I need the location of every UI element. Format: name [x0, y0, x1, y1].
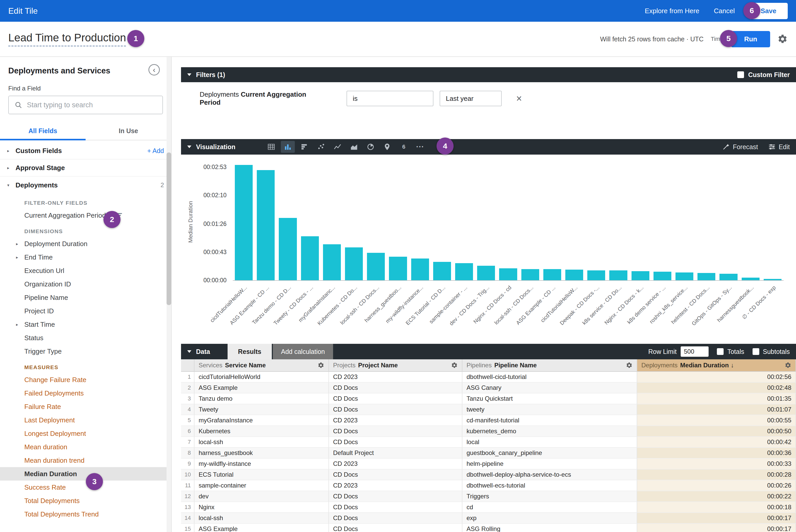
cell-median-duration[interactable]: 00:00:18	[637, 502, 796, 513]
field-search-box[interactable]	[8, 96, 163, 114]
totals-toggle[interactable]: Totals	[717, 348, 744, 356]
cell-project-name[interactable]: CD 2023	[329, 372, 462, 383]
bar[interactable]	[257, 170, 275, 280]
field-start-time[interactable]: ▸Start Time	[0, 318, 171, 331]
single-value-viz-icon[interactable]: 6	[397, 141, 411, 153]
bar[interactable]	[301, 236, 319, 280]
custom-filter-checkbox[interactable]	[737, 71, 744, 78]
cell-median-duration[interactable]: 00:02:56	[637, 372, 796, 383]
tile-settings-gear-icon[interactable]	[777, 34, 788, 44]
row-limit-input[interactable]	[681, 346, 708, 357]
bar[interactable]	[719, 274, 737, 280]
collapse-sidebar-button[interactable]: ‹	[148, 64, 160, 75]
expand-arrow-icon[interactable]: ▸	[16, 242, 24, 246]
column-header-project-name[interactable]: ProjectsProject Name	[329, 359, 462, 372]
cell-project-name[interactable]: CD 2023	[329, 480, 462, 491]
field-success-rate[interactable]: Success Rate	[0, 480, 171, 494]
table-row[interactable]: 7local-sshCD Docslocal00:00:42	[181, 437, 796, 448]
field-search-input[interactable]	[27, 101, 157, 109]
field-median-duration[interactable]: Median Duration	[0, 467, 171, 480]
cell-median-duration[interactable]: 00:00:17	[637, 524, 796, 532]
expand-arrow-icon[interactable]: ▸	[16, 322, 24, 327]
bar[interactable]	[477, 266, 495, 280]
edit-viz-button[interactable]: Edit	[768, 143, 790, 151]
field-change-failure-rate[interactable]: Change Failure Rate	[0, 373, 171, 386]
table-row[interactable]: 9my-wildfly-instanceCD 2023helm-pipeline…	[181, 459, 796, 470]
pie-chart-viz-icon[interactable]	[364, 141, 377, 153]
bar[interactable]	[499, 268, 517, 280]
subtotals-toggle[interactable]: Subtotals	[753, 348, 790, 356]
cell-service-name[interactable]: harness_guestbook	[195, 448, 329, 459]
cell-service-name[interactable]: my-wildfly-instance	[195, 459, 329, 470]
bar[interactable]	[543, 269, 561, 280]
totals-checkbox[interactable]	[717, 348, 724, 355]
add-calculation-button[interactable]: Add calculation	[273, 344, 333, 359]
bar[interactable]	[389, 257, 407, 280]
field-end-time[interactable]: ▸End Time	[0, 250, 171, 264]
column-gear-icon[interactable]	[626, 362, 633, 368]
filters-header[interactable]: Filters (1) Custom Filter	[181, 67, 796, 82]
field-pipeline-name[interactable]: Pipeline Name	[0, 291, 171, 304]
tab-results[interactable]: Results	[227, 344, 272, 359]
cell-service-name[interactable]: local-ssh	[195, 513, 329, 524]
cell-project-name[interactable]: CD Docs	[329, 470, 462, 480]
table-row[interactable]: 10ECS TutorialCD Docsdbothwell-deploy-al…	[181, 470, 796, 480]
cell-service-name[interactable]: ASG Example	[195, 383, 329, 394]
cell-project-name[interactable]: CD Docs	[329, 513, 462, 524]
group-approval-stage[interactable]: ▸ Approval Stage	[0, 159, 171, 176]
bar[interactable]	[742, 278, 760, 280]
forecast-button[interactable]: Forecast	[723, 143, 758, 151]
cell-project-name[interactable]: CD Docs	[329, 383, 462, 394]
cell-pipeline-name[interactable]: dbothwell-ecs-tutorial	[462, 480, 637, 491]
bar[interactable]	[609, 270, 627, 280]
cell-median-duration[interactable]: 00:00:55	[637, 415, 796, 426]
subtotals-checkbox[interactable]	[753, 348, 759, 355]
run-button[interactable]: Run	[731, 31, 770, 47]
cell-median-duration[interactable]: 00:01:07	[637, 404, 796, 415]
field-longest-deployment[interactable]: Longest Deployment	[0, 427, 171, 440]
table-row[interactable]: 11sample-containerCD 2023dbothwell-ecs-t…	[181, 480, 796, 491]
cell-median-duration[interactable]: 00:00:17	[637, 513, 796, 524]
map-viz-icon[interactable]	[380, 141, 394, 153]
tile-title-input[interactable]: Lead Time to Production	[8, 32, 126, 46]
field-failed-deployments[interactable]: Failed Deployments	[0, 386, 171, 400]
field-trigger-type[interactable]: Trigger Type	[0, 345, 171, 358]
custom-filter-toggle[interactable]: Custom Filter	[737, 71, 790, 79]
group-deployments[interactable]: ▾ Deployments 2	[0, 176, 171, 194]
cell-project-name[interactable]: Default Project	[329, 448, 462, 459]
cell-project-name[interactable]: CD Docs	[329, 404, 462, 415]
field-project-id[interactable]: Project ID	[0, 304, 171, 318]
cell-service-name[interactable]: sample-container	[195, 480, 329, 491]
bar[interactable]	[565, 270, 583, 280]
cell-service-name[interactable]: cicdTutorialHelloWorld	[195, 372, 329, 383]
cell-pipeline-name[interactable]: helm-pipeline	[462, 459, 637, 470]
field-execution-url[interactable]: Execution Url	[0, 264, 171, 278]
expand-arrow-icon[interactable]: ▸	[7, 148, 16, 153]
visualization-header[interactable]: Visualization	[181, 139, 796, 155]
more-viz-types-icon[interactable]: •••	[413, 141, 427, 153]
bar[interactable]	[433, 262, 451, 280]
cell-median-duration[interactable]: 00:02:48	[637, 383, 796, 394]
cell-median-duration[interactable]: 00:00:28	[637, 470, 796, 480]
cell-median-duration[interactable]: 00:00:42	[637, 437, 796, 448]
section-collapse-icon[interactable]	[187, 350, 191, 353]
section-collapse-icon[interactable]	[187, 73, 191, 76]
bar[interactable]	[323, 244, 341, 280]
table-row[interactable]: 2ASG ExampleCD DocsASG Canary00:02:48	[181, 383, 796, 394]
cell-project-name[interactable]: CD Docs	[329, 502, 462, 513]
bar-chart-viz-icon[interactable]	[297, 141, 311, 153]
section-collapse-icon[interactable]	[187, 146, 191, 148]
cell-median-duration[interactable]: 00:01:35	[637, 394, 796, 404]
cell-project-name[interactable]: CD Docs	[329, 394, 462, 404]
column-header-service-name[interactable]: ServicesService Name	[195, 359, 329, 372]
field-mean-duration[interactable]: Mean duration	[0, 440, 171, 454]
tab-all-fields[interactable]: All Fields	[0, 122, 86, 140]
sidebar-scrollbar-thumb[interactable]	[167, 153, 171, 305]
tab-in-use[interactable]: In Use	[86, 122, 171, 140]
cell-pipeline-name[interactable]: tweety	[462, 404, 637, 415]
cell-median-duration[interactable]: 00:00:22	[637, 491, 796, 502]
cell-service-name[interactable]: Nginx	[195, 502, 329, 513]
cell-pipeline-name[interactable]: ASG Rolling	[462, 524, 637, 532]
field-current-aggregation-period[interactable]: Current Aggregation Period	[0, 209, 171, 222]
data-header[interactable]: Data Results Add calculation Row Limit T…	[181, 344, 796, 359]
